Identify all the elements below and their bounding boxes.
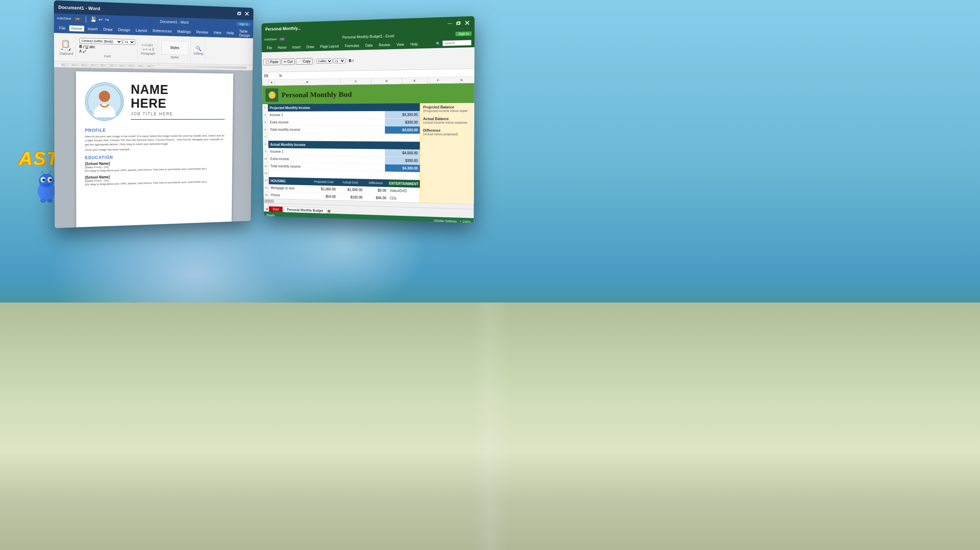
mortgage-diff[interactable]: $0.00 — [364, 187, 388, 194]
excel-tab-home[interactable]: Home — [275, 45, 289, 50]
word-tab-home[interactable]: Home — [69, 26, 84, 32]
excel-copy-button[interactable]: 📄 Copy — [296, 58, 313, 65]
budget-side-panel: Projected Balance (Projected income minu… — [420, 103, 474, 204]
actual-income1-value[interactable]: $4,000.00 — [385, 149, 420, 156]
styles-selector[interactable]: Styles — [161, 41, 188, 55]
excel-tab-file[interactable]: File — [264, 45, 275, 50]
row-7: 7 — [263, 134, 268, 141]
word-tab-design[interactable]: Design — [116, 27, 132, 33]
numbering-button[interactable]: 1≡ — [144, 43, 148, 46]
excel-signin-button[interactable]: Sign in — [456, 31, 472, 36]
scrollbar-thumb[interactable] — [264, 199, 274, 203]
excel-close-button[interactable] — [465, 20, 470, 26]
word-close-button[interactable] — [244, 11, 250, 16]
highlight-button[interactable]: 🖊 — [83, 49, 86, 53]
excel-bold-button[interactable]: B — [349, 58, 352, 62]
word-tab-tabledesign[interactable]: Table Design — [237, 28, 252, 38]
clipboard-label: Clipboard — [59, 52, 73, 56]
align-center-button[interactable]: ≡ — [145, 48, 147, 51]
word-tab-review[interactable]: Review — [194, 29, 210, 35]
excel-autosave-toggle[interactable]: Off — [278, 37, 285, 41]
budget-coin-icon: 🪙 — [266, 88, 278, 102]
excel-paste-button[interactable]: 📋 Paste — [263, 59, 281, 65]
clipboard-group: 📋 ✂ 📄 🖌 Clipboard — [57, 34, 76, 60]
underline-button[interactable]: U — [85, 45, 88, 49]
format-painter-button[interactable]: 🖌 — [68, 48, 71, 51]
undo-icon[interactable]: ↩ — [99, 16, 103, 22]
excel-cut-button[interactable]: ✂ Cut — [282, 59, 295, 65]
multilevel-button[interactable]: ⊞≡ — [148, 43, 153, 47]
excel-tab-data[interactable]: Data — [363, 42, 375, 48]
name-title-section: NAME HERE JOB TITLE HERE — [131, 83, 225, 123]
bullets-button[interactable]: ≡ — [142, 43, 143, 46]
excel-fontsize-selector[interactable]: 11 — [333, 58, 345, 63]
excel-tab-formulas[interactable]: Formulas — [342, 43, 362, 49]
actual-total-value[interactable]: $4,300.00 — [385, 164, 420, 172]
redo-icon[interactable]: ↪ — [105, 17, 109, 23]
word-tab-mailings[interactable]: Mailings — [175, 29, 192, 35]
italic-button[interactable]: I — [83, 45, 84, 49]
strikethrough-button[interactable]: abc — [89, 45, 95, 49]
excel-tab-review[interactable]: Review — [376, 42, 393, 48]
excel-tab-pagelayout[interactable]: Page Layout — [318, 43, 342, 49]
word-tab-help[interactable]: Help — [224, 30, 236, 36]
copy-button[interactable]: 📄 — [64, 48, 68, 51]
mortgage-actual[interactable]: $1,000.00 — [337, 186, 364, 193]
font-name-selector[interactable]: Century Gothic (Body) — [80, 38, 122, 45]
word-window: Document1 - Word AutoSave Off | 💾 ↩ ↪ Do… — [54, 0, 253, 228]
word-restore-button[interactable] — [237, 11, 242, 16]
formula-input[interactable] — [285, 70, 472, 77]
cut-button[interactable]: ✂ — [61, 48, 63, 51]
excel-minimize-button[interactable]: — — [447, 20, 453, 26]
insert-worksheet-icon[interactable]: ⊕ — [328, 209, 331, 214]
excel-tab-insert[interactable]: Insert — [290, 45, 303, 50]
sheet-tab-start[interactable]: Start — [269, 206, 283, 212]
cell-reference[interactable]: D8 — [264, 74, 277, 78]
excel-tab-draw[interactable]: Draw — [304, 44, 317, 49]
row-6: 6 — [263, 126, 268, 133]
mortgage-projected[interactable]: $1,000.00 — [310, 185, 337, 193]
word-tab-layout[interactable]: Layout — [134, 27, 149, 33]
resume-job-title: JOB TITLE HERE — [131, 112, 224, 116]
save-icon[interactable]: 💾 — [91, 16, 97, 22]
actual-balance-panel: Actual Balance (Actual income minus expe… — [423, 117, 471, 124]
word-tab-view[interactable]: View — [212, 30, 223, 35]
proj-total-label: Total monthly income — [268, 126, 385, 134]
phone-actual[interactable]: $100.00 — [337, 193, 364, 201]
font-size-selector[interactable]: 11 — [123, 39, 135, 45]
align-left-button[interactable]: ⫤ — [142, 47, 145, 51]
excel-font-selector[interactable]: Calibri — [317, 59, 332, 64]
justify-button[interactable]: ☰ — [152, 48, 154, 51]
budget-rows-area: 3 4 5 6 7 8 9 10 11 12 13 14 15 16 — [262, 103, 474, 204]
excel-search-input[interactable] — [442, 40, 472, 46]
housing-title: HOUSING — [269, 177, 310, 185]
align-right-button[interactable]: ⫥ — [148, 48, 151, 51]
bold-button[interactable]: B — [80, 45, 82, 49]
proj-total-value[interactable]: $4,600.00 — [385, 126, 420, 134]
svg-line-10 — [49, 171, 52, 174]
word-doc-content: NAME HERE JOB TITLE HERE PROFILE Want to… — [54, 67, 253, 228]
excel-tab-view[interactable]: View — [393, 41, 407, 47]
phone-projected[interactable]: $54.00 — [310, 193, 337, 200]
word-tab-file[interactable]: File — [57, 25, 68, 31]
word-tab-draw[interactable]: Draw — [101, 26, 115, 32]
add-sheet-button[interactable]: + — [266, 206, 269, 211]
income1-value[interactable]: $4,300.00 — [385, 111, 420, 118]
excel-italic-button[interactable]: I — [353, 58, 353, 62]
paste-button[interactable]: 📋 — [61, 39, 72, 48]
phone-diff[interactable]: $46.00 — [364, 194, 388, 202]
autosave-toggle[interactable]: Off — [73, 17, 81, 21]
signin-button[interactable]: Sign in — [237, 22, 251, 27]
excel-tab-help[interactable]: Help — [407, 41, 421, 47]
projected-income-title: Projected Monthly Income — [270, 106, 310, 110]
difference-col-header: Difference — [364, 179, 388, 187]
word-tab-references[interactable]: References — [151, 28, 174, 34]
actual-extra-value[interactable]: $300.00 — [385, 156, 420, 164]
difference-panel: Difference (Actual minus projected) — [423, 128, 471, 136]
word-tab-insert[interactable]: Insert — [86, 26, 100, 32]
extra-income-value[interactable]: $300.00 — [385, 119, 420, 126]
find-button[interactable]: 🔍 — [196, 45, 202, 51]
col-e-header: E — [402, 77, 427, 84]
excel-restore-button[interactable] — [455, 20, 461, 26]
font-color-button[interactable]: A — [80, 49, 82, 53]
